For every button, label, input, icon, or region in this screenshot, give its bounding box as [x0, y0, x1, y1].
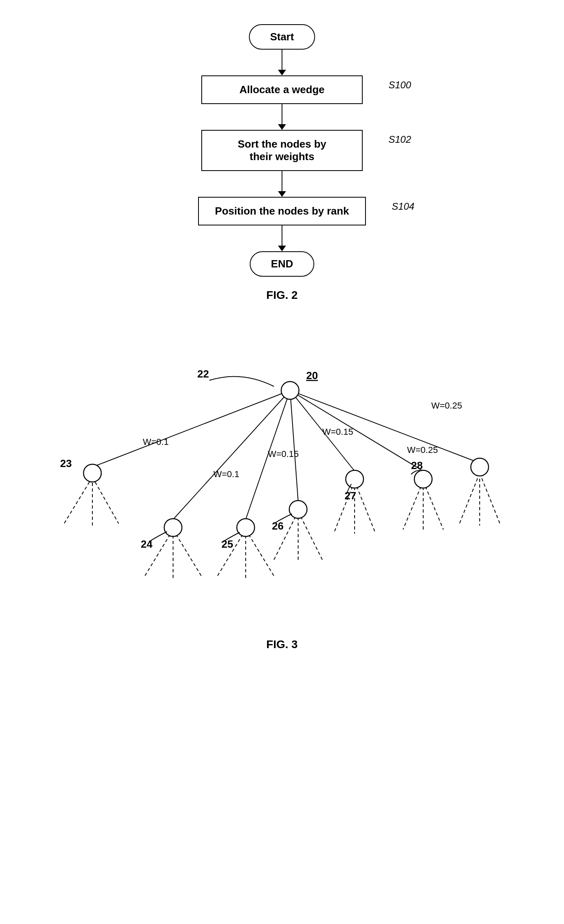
step-s102-label: S102	[389, 134, 411, 145]
arrow-1	[278, 50, 286, 75]
node-28	[414, 470, 432, 488]
dash-28-3	[423, 481, 443, 530]
arrowhead-1	[278, 70, 286, 75]
arc-24	[149, 532, 167, 542]
arc-22	[209, 376, 274, 386]
weight-025-1: W=0.25	[431, 400, 462, 411]
edge-root-26	[290, 390, 298, 501]
node-24	[164, 519, 182, 536]
node-25	[237, 519, 255, 536]
tree-fig3: 20 22 23 24 25 26 27	[40, 350, 524, 651]
line-2	[282, 104, 283, 124]
label-27: 27	[345, 490, 356, 502]
step-s102-box: Sort the nodes by their weights	[201, 130, 363, 171]
step-s102-wrapper: Sort the nodes by their weights S102	[201, 130, 363, 171]
node-right	[471, 458, 489, 476]
weight-01-1: W=0.1	[143, 437, 169, 447]
weight-015-1: W=0.15	[268, 449, 299, 459]
arrowhead-4	[278, 246, 286, 251]
label-22: 22	[197, 368, 209, 380]
dash-right-3	[480, 473, 500, 524]
weight-025-2: W=0.25	[407, 445, 438, 455]
weight-015-2: W=0.15	[322, 427, 353, 437]
line-3	[282, 171, 283, 191]
edge-root-23	[92, 390, 290, 467]
arrow-2	[278, 104, 286, 130]
line-1	[282, 50, 283, 70]
dash-23-3	[92, 477, 119, 524]
dash-23-1	[64, 477, 92, 524]
label-23: 23	[60, 457, 72, 469]
step-s100-label: S100	[389, 79, 411, 91]
fig2-label: FIG. 2	[266, 289, 298, 302]
label-25: 25	[221, 538, 233, 550]
node-27	[346, 470, 363, 488]
weight-01-2: W=0.1	[213, 469, 239, 479]
end-oval: END	[250, 251, 314, 277]
step-s104-label: S104	[392, 201, 414, 212]
arrowhead-2	[278, 124, 286, 130]
node-23	[84, 464, 101, 482]
step-s104-box: Position the nodes by rank	[198, 197, 366, 225]
label-28: 28	[411, 459, 423, 471]
dash-right-1	[460, 473, 480, 524]
dash-24-1	[145, 530, 173, 576]
node-root	[281, 382, 299, 399]
start-oval: Start	[249, 24, 315, 50]
start-node: Start	[249, 24, 315, 50]
dash-24-3	[173, 530, 201, 576]
end-node: END	[250, 251, 314, 277]
root-label: 20	[306, 369, 318, 382]
arrowhead-3	[278, 191, 286, 197]
flowchart-fig2: Start Allocate a wedge S100 Sort the nod…	[121, 24, 443, 326]
edge-root-28	[290, 390, 423, 471]
fig3-label: FIG. 3	[40, 638, 524, 651]
step-s104-wrapper: Position the nodes by rank S104	[198, 197, 366, 225]
tree-svg: 20 22 23 24 25 26 27	[40, 350, 524, 632]
dash-26-1	[274, 511, 298, 560]
dash-25-3	[246, 530, 274, 576]
node-26	[289, 501, 307, 518]
step-s100-wrapper: Allocate a wedge S100	[201, 75, 363, 104]
arrow-3	[278, 171, 286, 197]
step-s100-box: Allocate a wedge	[201, 75, 363, 104]
page-container: Start Allocate a wedge S100 Sort the nod…	[0, 0, 564, 683]
arrow-4	[278, 225, 286, 251]
dash-26-3	[298, 511, 322, 560]
dash-27-1	[334, 481, 355, 532]
label-24: 24	[141, 538, 152, 550]
line-4	[282, 225, 283, 246]
dash-27-3	[355, 481, 375, 532]
dash-28-1	[403, 481, 423, 530]
